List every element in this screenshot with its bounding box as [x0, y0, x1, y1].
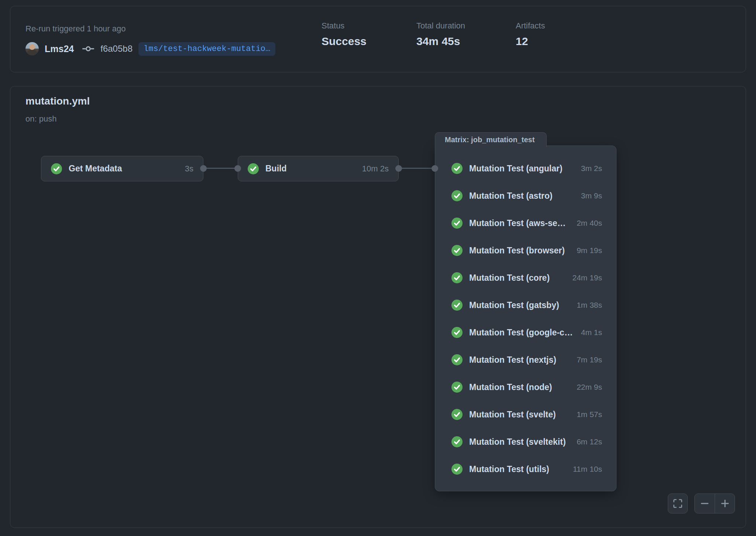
zoom-out-button[interactable] — [695, 494, 715, 513]
check-circle-icon — [451, 409, 463, 420]
edge-dot — [395, 165, 402, 172]
matrix-job-name: Mutation Test (nextjs) — [469, 355, 570, 365]
check-circle-icon — [451, 382, 463, 393]
matrix-job-name: Mutation Test (browser) — [469, 246, 570, 256]
matrix-job-row[interactable]: Mutation Test (utils) 11m 10s — [435, 455, 616, 483]
matrix-job-row[interactable]: Mutation Test (google-c… 4m 1s — [435, 319, 616, 346]
job-duration: 10m 2s — [362, 164, 389, 174]
check-circle-icon — [451, 464, 463, 475]
check-circle-icon — [451, 327, 463, 338]
matrix-job-duration: 4m 1s — [581, 328, 602, 337]
job-node-get-metadata[interactable]: Get Metadata 3s — [41, 156, 203, 181]
job-name: Get Metadata — [69, 164, 178, 174]
matrix-job-name: Mutation Test (sveltekit) — [469, 437, 570, 447]
plus-icon — [720, 498, 730, 509]
check-circle-icon — [51, 163, 62, 174]
matrix-job-duration: 2m 40s — [577, 219, 602, 228]
matrix-job-name: Mutation Test (aws-se… — [469, 218, 570, 228]
check-circle-icon — [248, 163, 259, 174]
matrix-job-row[interactable]: Mutation Test (aws-se… 2m 40s — [435, 209, 616, 237]
actor-username[interactable]: Lms24 — [45, 44, 74, 54]
fullscreen-button[interactable] — [668, 494, 688, 513]
check-circle-icon — [451, 272, 463, 283]
edge-dot — [432, 165, 438, 172]
matrix-job-duration: 11m 10s — [573, 465, 602, 474]
workflow-run-page: Re-run triggered 1 hour ago Lms24 f6a05b… — [0, 0, 756, 536]
minus-icon — [700, 498, 710, 509]
run-stat: Artifacts 12 — [516, 21, 545, 48]
workflow-trigger: on: push — [25, 114, 56, 124]
check-circle-icon — [451, 163, 463, 174]
matrix-job-name: Mutation Test (angular) — [469, 164, 574, 174]
stat-value: 34m 45s — [416, 35, 516, 48]
matrix-job-name: Mutation Test (gatsby) — [469, 300, 570, 310]
matrix-job-name: Mutation Test (utils) — [469, 464, 566, 474]
matrix-job-duration: 3m 2s — [581, 164, 602, 173]
matrix-job-row[interactable]: Mutation Test (gatsby) 1m 38s — [435, 291, 616, 319]
stat-label: Status — [322, 21, 416, 31]
edge-line — [203, 168, 238, 169]
check-circle-icon — [451, 354, 463, 365]
matrix-job-row[interactable]: Mutation Test (angular) 3m 2s — [435, 155, 616, 182]
stat-label: Artifacts — [516, 21, 545, 31]
matrix-job-name: Mutation Test (svelte) — [469, 410, 570, 420]
matrix-job-duration: 1m 57s — [577, 410, 602, 419]
matrix-job-row[interactable]: Mutation Test (astro) 3m 9s — [435, 182, 616, 209]
matrix-job-duration: 22m 9s — [577, 383, 602, 392]
matrix-job-name: Mutation Test (node) — [469, 382, 570, 392]
check-circle-icon — [451, 300, 463, 311]
matrix-job-duration: 6m 12s — [577, 437, 602, 446]
matrix-job-duration: 3m 9s — [581, 191, 602, 200]
matrix-job-row[interactable]: Mutation Test (core) 24m 19s — [435, 264, 616, 291]
avatar[interactable] — [25, 42, 39, 55]
workflow-file-name: mutation.yml — [25, 95, 90, 107]
matrix-job-duration: 1m 38s — [577, 301, 602, 310]
graph-canvas-controls — [668, 494, 735, 513]
check-circle-icon — [451, 218, 463, 229]
matrix-job-duration: 9m 19s — [577, 246, 602, 255]
stat-label: Total duration — [416, 21, 516, 31]
run-summary-card: Re-run triggered 1 hour ago Lms24 f6a05b… — [10, 6, 746, 72]
matrix-job-duration: 7m 19s — [577, 355, 602, 364]
stat-value: 12 — [516, 35, 545, 48]
run-stat: Status Success — [322, 21, 416, 48]
job-duration: 3s — [185, 164, 193, 174]
matrix-job-duration: 24m 19s — [572, 273, 602, 282]
matrix-job-row[interactable]: Mutation Test (nextjs) 7m 19s — [435, 346, 616, 373]
matrix-job-row[interactable]: Mutation Test (sveltekit) 6m 12s — [435, 428, 616, 455]
zoom-in-button[interactable] — [715, 494, 735, 513]
actor-row: Lms24 f6a05b8 lms/test-hackweek-mutatio… — [25, 41, 275, 56]
matrix-group-tab: Matrix: job_mutation_test — [435, 132, 547, 147]
rerun-triggered-text: Re-run triggered 1 hour ago — [25, 24, 126, 34]
workflow-graph-card: mutation.yml on: push Get Metadata 3s Bu… — [10, 86, 746, 528]
check-circle-icon — [451, 245, 463, 256]
edge-dot — [234, 165, 241, 172]
fullscreen-icon — [673, 499, 683, 508]
git-commit-icon — [82, 44, 94, 53]
zoom-button-group — [694, 494, 735, 513]
job-node-build[interactable]: Build 10m 2s — [238, 156, 399, 181]
matrix-job-row[interactable]: Mutation Test (svelte) 1m 57s — [435, 401, 616, 428]
branch-badge[interactable]: lms/test-hackweek-mutatio… — [138, 42, 275, 56]
edge-dot — [200, 165, 207, 172]
run-stats: Status Success Total duration 34m 45s Ar… — [322, 21, 545, 48]
matrix-job-row[interactable]: Mutation Test (browser) 9m 19s — [435, 237, 616, 264]
run-stat: Total duration 34m 45s — [416, 21, 516, 48]
stat-value: Success — [322, 35, 416, 48]
matrix-job-name: Mutation Test (google-c… — [469, 328, 574, 338]
matrix-group-title: Matrix: job_mutation_test — [445, 136, 535, 144]
matrix-job-row[interactable]: Mutation Test (node) 22m 9s — [435, 373, 616, 401]
check-circle-icon — [451, 190, 463, 201]
matrix-job-name: Mutation Test (astro) — [469, 191, 574, 201]
edge-line — [399, 168, 435, 169]
job-name: Build — [265, 164, 355, 174]
matrix-job-name: Mutation Test (core) — [469, 273, 566, 283]
check-circle-icon — [451, 436, 463, 447]
commit-sha: f6a05b8 — [100, 44, 133, 54]
matrix-jobs-panel: Mutation Test (angular) 3m 2s Mutation T… — [435, 146, 616, 491]
